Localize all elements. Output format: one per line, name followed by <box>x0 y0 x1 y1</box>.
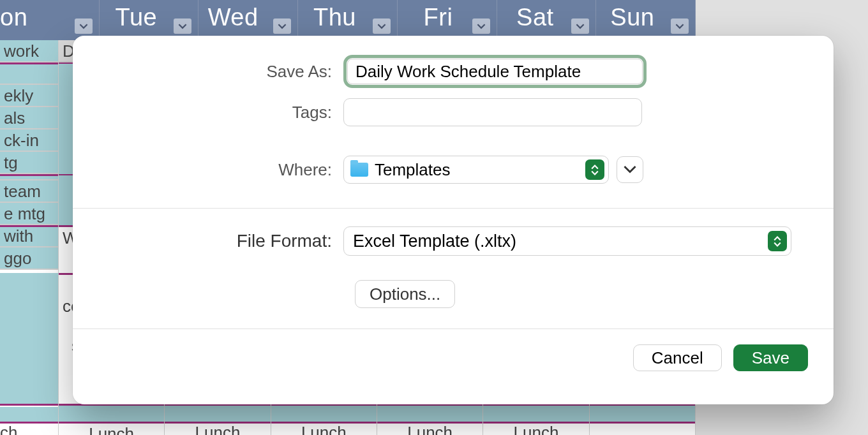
cell[interactable]: ekly <box>0 85 58 107</box>
day-dropdown-icon[interactable] <box>174 18 191 34</box>
where-select[interactable]: Templates <box>343 156 609 184</box>
dialog-footer: Cancel Save <box>98 329 808 371</box>
where-value: Templates <box>375 160 451 180</box>
day-wed: Wed <box>208 4 258 31</box>
day-sat: Sat <box>516 4 554 31</box>
cell[interactable]: with <box>0 225 58 247</box>
tags-label: Tags: <box>98 103 343 122</box>
tags-input[interactable] <box>343 98 642 126</box>
cell[interactable]: Lunch <box>165 423 270 435</box>
day-dropdown-icon[interactable] <box>273 18 291 34</box>
file-format-select[interactable]: Excel Template (.xltx) <box>343 226 791 256</box>
day-tue: Tue <box>116 4 158 31</box>
day-dropdown-icon[interactable] <box>75 18 93 34</box>
day-dropdown-icon[interactable] <box>472 18 490 34</box>
day-thu: Thu <box>313 4 356 31</box>
cell[interactable]: Lunch <box>483 423 588 435</box>
options-button[interactable]: Options... <box>355 280 455 308</box>
cell[interactable]: als <box>0 107 58 129</box>
cell[interactable]: ggo <box>0 247 58 270</box>
where-label: Where: <box>98 160 343 180</box>
cell[interactable]: ch <box>0 423 58 435</box>
calendar-header: on Tue Wed Thu Fri Sat Sun <box>0 0 696 40</box>
save-as-row: Save As: <box>98 55 808 88</box>
save-as-focus-ring <box>343 55 647 88</box>
save-as-input[interactable] <box>347 59 643 84</box>
file-format-label: File Format: <box>98 231 343 251</box>
updown-stepper-icon <box>768 231 787 251</box>
cell[interactable]: Lunch <box>377 423 483 435</box>
file-format-value: Excel Template (.xltx) <box>353 232 516 251</box>
day-dropdown-icon[interactable] <box>373 18 391 34</box>
divider <box>73 208 834 209</box>
save-dialog: Save As: Tags: Where: Templates File For… <box>73 36 834 404</box>
file-format-row: File Format: Excel Template (.xltx) <box>98 226 808 256</box>
day-sun: Sun <box>610 4 654 31</box>
save-button[interactable]: Save <box>733 344 808 371</box>
day-dropdown-icon[interactable] <box>671 18 689 34</box>
tags-row: Tags: <box>98 98 808 126</box>
cell[interactable]: team <box>0 181 58 203</box>
cancel-button[interactable]: Cancel <box>633 344 722 371</box>
day-dropdown-icon[interactable] <box>571 18 589 34</box>
save-as-label: Save As: <box>98 62 343 82</box>
cell[interactable]: ck-in <box>0 129 58 152</box>
cell[interactable]: tg <box>0 152 58 174</box>
where-row: Where: Templates <box>98 156 808 184</box>
folder-icon <box>350 163 368 177</box>
cell[interactable]: Lunch <box>271 423 377 435</box>
updown-stepper-icon <box>585 159 604 180</box>
cell[interactable]: e mtg <box>0 203 58 225</box>
cell[interactable]: work <box>0 40 58 63</box>
cell[interactable]: Lunch <box>59 423 164 435</box>
expand-browser-button[interactable] <box>617 156 643 183</box>
day-fri: Fri <box>424 4 453 31</box>
day-mon: on <box>0 4 27 31</box>
